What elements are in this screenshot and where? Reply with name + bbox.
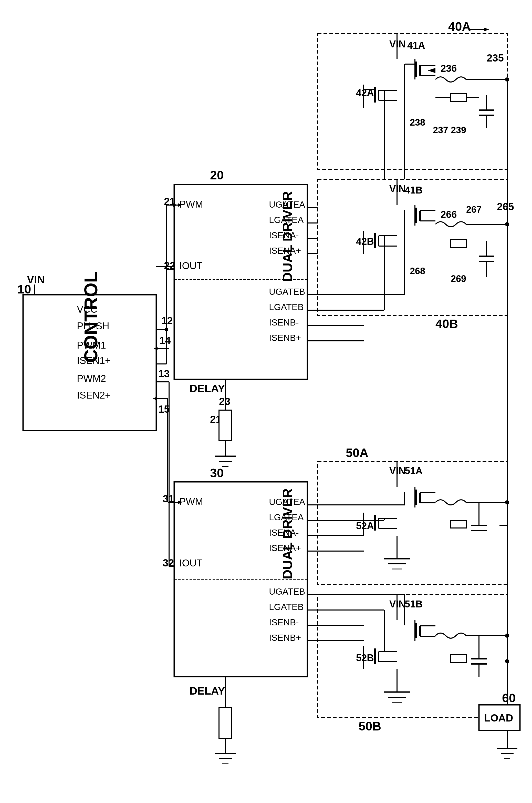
dd30-number: 30 — [210, 466, 224, 480]
dd30-pwm: PWM — [179, 496, 203, 507]
dd20-lgateb: LGATEB — [269, 302, 304, 312]
dd30-lgateb: LGATEB — [269, 602, 304, 612]
circuit-diagram: 10 VIN CONTROL VCC PH_SH PWM1 ISEN1+ PWM… — [0, 0, 532, 803]
dd20-isenb+: ISENB+ — [269, 333, 301, 343]
ph-sh-label: PH_SH — [77, 321, 109, 331]
svg-point-164 — [505, 222, 509, 226]
isen2-label: ISEN2+ — [77, 390, 111, 401]
svg-rect-9 — [219, 410, 232, 441]
wire-14: 14 — [159, 335, 171, 346]
dd30-lgatea: LGATEA — [269, 512, 304, 522]
dd30-isenb+: ISENB+ — [269, 633, 301, 642]
num-237: 237 — [433, 125, 448, 135]
dd20-ugateb: UGATEB — [269, 287, 305, 296]
num-267: 267 — [466, 204, 481, 215]
wire-15: 15 — [158, 403, 170, 415]
dd20-isena-: ISENA- — [269, 230, 299, 240]
dd30-ugatea: UGATEA — [269, 497, 305, 507]
svg-rect-93 — [374, 515, 376, 531]
dd30-delay: DELAY — [190, 685, 225, 697]
inductor-266: 266 — [440, 209, 457, 220]
phase40b-label: 40B — [435, 317, 458, 331]
isen1-label: ISEN1+ — [77, 355, 111, 366]
svg-point-172 — [505, 634, 509, 638]
pwm2-label: PWM2 — [77, 373, 106, 384]
svg-rect-14 — [318, 33, 507, 169]
mosfet-41a: 41A — [407, 40, 425, 51]
dd20-pwm: PWM — [179, 199, 203, 209]
vcc-label: VCC — [77, 304, 97, 315]
dd30-iout: IOUT — [179, 558, 203, 568]
mosfet-41b: 41B — [405, 185, 423, 196]
dd20-ugatea: UGATEA — [269, 199, 305, 209]
svg-point-177 — [165, 328, 168, 331]
mosfet-42a: 42A — [356, 87, 374, 98]
wire-23: 23 — [219, 396, 230, 407]
mosfet-51a: 51A — [405, 466, 423, 476]
phase40a-number: 40A — [448, 20, 471, 33]
dd20-isena+: ISENA+ — [269, 245, 301, 256]
svg-rect-20 — [415, 61, 417, 77]
dd20-iout: IOUT — [179, 260, 203, 271]
dd20-lgatea: LGATEA — [269, 215, 304, 225]
inductor-236: 236 — [440, 63, 457, 74]
wire-12: 12 — [162, 315, 173, 326]
svg-rect-88 — [415, 490, 417, 505]
mosfet-52b: 52B — [356, 653, 374, 663]
phase50b-number: 50B — [359, 719, 381, 733]
svg-rect-119 — [374, 649, 376, 664]
svg-rect-48 — [415, 207, 417, 223]
vin-control: VIN — [27, 273, 45, 286]
dd30-isenb-: ISENB- — [269, 617, 299, 627]
dd20-number: 20 — [210, 168, 224, 182]
svg-rect-53 — [374, 233, 376, 248]
svg-rect-123 — [451, 655, 466, 662]
svg-rect-114 — [415, 623, 417, 638]
dd30-isena-: ISENA- — [269, 528, 299, 537]
pwm1-label: PWM1 — [77, 340, 106, 351]
svg-point-170 — [505, 500, 509, 505]
mosfet-51b: 51B — [405, 599, 423, 609]
wire-13: 13 — [158, 368, 170, 379]
phase50a-number: 50A — [346, 446, 368, 459]
svg-rect-61 — [451, 240, 466, 247]
num-235: 235 — [487, 52, 504, 63]
num-268: 268 — [410, 266, 425, 276]
svg-rect-27 — [374, 87, 376, 103]
num-265: 265 — [497, 201, 514, 212]
mosfet-52a: 52A — [356, 521, 374, 531]
num-238: 238 — [410, 117, 425, 128]
num-239: 239 — [451, 125, 466, 135]
svg-rect-80 — [219, 707, 232, 738]
num-269: 269 — [451, 273, 466, 284]
dd30-isena+: ISENA+ — [269, 543, 301, 553]
svg-rect-37 — [451, 94, 466, 101]
load-label: LOAD — [484, 712, 513, 724]
load-number: 60 — [502, 691, 516, 705]
dd20-isenb-: ISENB- — [269, 317, 299, 327]
dd30-ugateb: UGATEB — [269, 586, 305, 597]
svg-rect-100 — [451, 520, 466, 528]
mosfet-42b: 42B — [356, 236, 374, 247]
dd20-delay: DELAY — [190, 382, 225, 395]
